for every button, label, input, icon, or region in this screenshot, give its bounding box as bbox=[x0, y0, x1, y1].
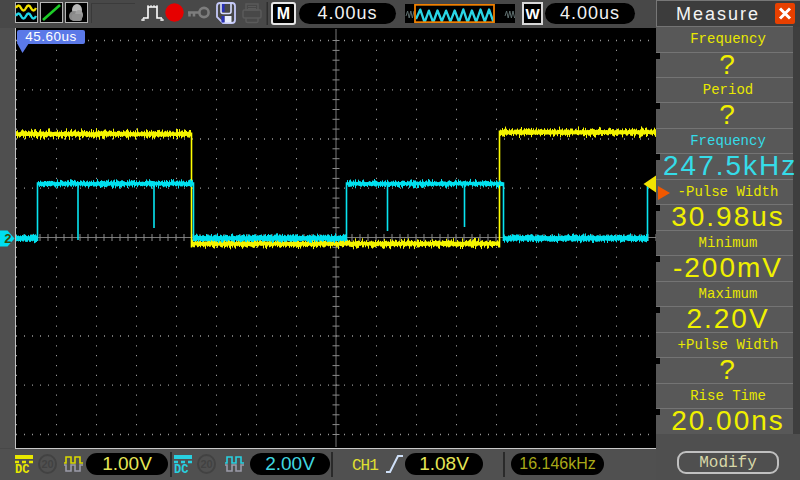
svg-text:DC: DC bbox=[15, 463, 29, 474]
svg-text:2: 2 bbox=[4, 232, 12, 247]
svg-text:DC: DC bbox=[174, 463, 188, 474]
